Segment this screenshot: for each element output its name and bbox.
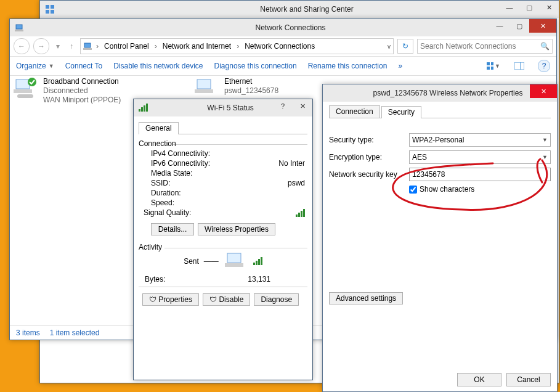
titlebar[interactable]: Network Connections — ▢ ✕	[10, 19, 556, 36]
connection-name: Broadband Connection	[43, 77, 121, 86]
svg-rect-3	[51, 10, 54, 14]
recent-button[interactable]: ▾	[53, 39, 63, 54]
diagnose-button[interactable]: Diagnose this connection	[214, 62, 297, 70]
signal-icon	[253, 256, 262, 267]
encryption-type-value: AES	[412, 153, 427, 161]
help-button[interactable]: ?	[538, 60, 550, 72]
connection-status: Disconnected	[43, 86, 121, 96]
svg-point-16	[28, 78, 36, 86]
refresh-button[interactable]: ↻	[397, 39, 413, 54]
broadband-icon	[14, 77, 38, 99]
close-button[interactable]: ✕	[293, 99, 312, 113]
shield-icon: 🛡	[149, 295, 156, 304]
search-icon: 🔍	[540, 42, 550, 51]
view-options-button[interactable]: ▼	[486, 59, 501, 73]
minimize-button[interactable]: —	[500, 1, 519, 14]
svg-rect-5	[15, 30, 23, 31]
connection-device: WAN Miniport (PPPOE)	[43, 96, 121, 105]
ssid-value: pswd	[288, 179, 307, 187]
signal-quality-value	[296, 208, 307, 219]
svg-rect-18	[197, 80, 211, 89]
back-button[interactable]: ←	[14, 38, 30, 54]
svg-rect-21	[225, 263, 243, 267]
forward-button[interactable]: →	[33, 38, 49, 54]
close-button[interactable]: ✕	[529, 19, 556, 33]
control-panel-icon	[83, 41, 93, 51]
chevron-right-icon: ›	[153, 42, 159, 51]
window-title: Network Connections	[25, 23, 556, 32]
crumb-network-internet[interactable]: Network and Internet	[160, 41, 233, 51]
connection-name: Ethernet	[224, 77, 278, 86]
up-button[interactable]: ↑	[67, 39, 76, 54]
wireless-properties-button[interactable]: Wireless Properties	[198, 223, 275, 235]
item-count: 3 items	[16, 329, 40, 337]
shield-icon: 🛡	[209, 295, 217, 304]
minimize-button[interactable]: —	[490, 19, 509, 33]
window-title: Network and Sharing Center	[55, 5, 559, 14]
advanced-settings-button[interactable]: Advanced settings	[329, 292, 403, 304]
tab-security[interactable]: Security	[381, 106, 421, 118]
help-button[interactable]: ?	[273, 99, 293, 113]
chevron-down-icon: ▼	[495, 63, 500, 69]
show-characters-label: Show characters	[420, 185, 474, 194]
chevron-right-icon: ›	[94, 42, 100, 51]
show-characters-checkbox[interactable]	[409, 186, 417, 194]
maximize-button[interactable]: ▢	[519, 1, 539, 14]
disable-button[interactable]: 🛡 Disable	[203, 293, 250, 306]
bytes-sent: 13,131	[248, 275, 307, 284]
ipv4-value	[305, 149, 307, 158]
connect-to-button[interactable]: Connect To	[65, 62, 103, 70]
organize-menu[interactable]: Organize ▼	[16, 62, 54, 70]
preview-pane-button[interactable]	[512, 59, 527, 73]
chevron-down-icon: ▼	[49, 63, 54, 69]
connection-item[interactable]: Ethernet pswd_12345678	[195, 77, 339, 99]
duration-label: Duration:	[151, 189, 305, 197]
svg-rect-9	[491, 62, 493, 65]
media-state-value	[305, 169, 307, 178]
tab-connection[interactable]: Connection	[329, 105, 380, 118]
ssid-label: SSID:	[151, 179, 288, 187]
crumb-network-connections[interactable]: Network Connections	[242, 41, 317, 51]
media-state-label: Media State:	[151, 169, 305, 178]
svg-rect-8	[487, 62, 490, 65]
tab-general[interactable]: General	[139, 122, 179, 134]
disable-device-button[interactable]: Disable this network device	[113, 62, 203, 70]
close-button[interactable]: ✕	[539, 1, 559, 14]
address-bar: ← → ▾ ↑ › Control Panel › Network and In…	[10, 36, 556, 57]
tab-strip: General	[139, 121, 307, 134]
ipv6-value: No Inter	[278, 159, 307, 168]
bytes-label: Bytes:	[145, 275, 248, 284]
security-type-label: Security type:	[329, 136, 409, 144]
signal-quality-label: Signal Quality:	[144, 208, 296, 219]
ethernet-icon	[195, 77, 219, 99]
rename-button[interactable]: Rename this connection	[308, 62, 388, 70]
network-key-label: Network security key	[329, 170, 409, 179]
crumb-control-panel[interactable]: Control Panel	[102, 41, 152, 51]
diagnose-button[interactable]: Diagnose	[254, 293, 299, 306]
dialog-title: pswd_12345678 Wireless Network Propertie…	[323, 89, 557, 97]
more-commands[interactable]: »	[398, 62, 402, 70]
search-box[interactable]: 🔍	[417, 39, 553, 54]
wifi-status-dialog: Wi-Fi 5 Status ? ✕ General Connection IP…	[133, 99, 313, 380]
close-button[interactable]: ✕	[530, 84, 557, 98]
activity-icon	[224, 252, 248, 271]
chevron-down-icon: ▼	[542, 137, 548, 143]
signal-icon	[139, 103, 148, 113]
network-key-input[interactable]	[409, 168, 551, 181]
encryption-type-combo[interactable]: AES ▼	[409, 150, 551, 164]
security-type-combo[interactable]: WPA2-Personal ▼	[409, 133, 551, 147]
ok-button[interactable]: OK	[457, 373, 501, 386]
cancel-button[interactable]: Cancel	[506, 373, 551, 386]
search-input[interactable]	[420, 42, 540, 51]
titlebar[interactable]: pswd_12345678 Wireless Network Propertie…	[323, 84, 557, 102]
maximize-button[interactable]: ▢	[509, 19, 529, 33]
breadcrumb[interactable]: › Control Panel › Network and Internet ›…	[80, 38, 394, 54]
titlebar[interactable]: Wi-Fi 5 Status ? ✕	[134, 99, 312, 116]
connection-status: pswd_12345678	[224, 86, 278, 96]
titlebar[interactable]: Network and Sharing Center — ▢ ✕	[40, 1, 559, 18]
svg-rect-11	[491, 67, 493, 70]
chevron-down-icon[interactable]: v	[388, 43, 391, 50]
ipv4-label: IPv4 Connectivity:	[151, 149, 305, 158]
properties-button[interactable]: 🛡 Properties	[142, 293, 199, 306]
details-button[interactable]: Details...	[151, 223, 194, 235]
